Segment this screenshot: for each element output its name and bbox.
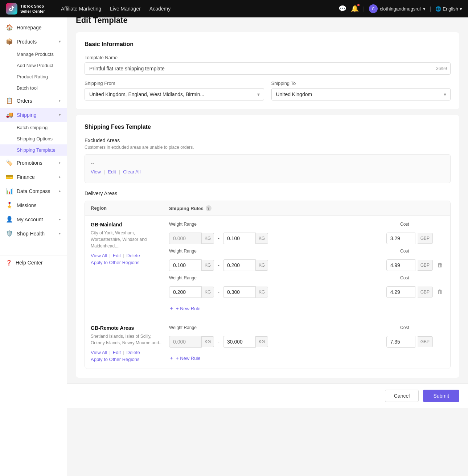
sidebar-item-my-account[interactable]: 👤 My Account ▸ [0, 212, 67, 226]
rule-3-inputs: KG - KG [169, 286, 383, 298]
sidebar-subitem-shipping-options[interactable]: Shipping Options [0, 133, 67, 144]
list-item: KG - KG GBP [169, 336, 444, 348]
notif-dot [357, 4, 360, 6]
sidebar-item-products[interactable]: 📦 Products ▾ [0, 34, 67, 49]
rule-1-cost-input[interactable] [386, 233, 415, 244]
excluded-sep2: | [119, 169, 120, 175]
sidebar-item-help-center[interactable]: ❓ Help Center [0, 255, 67, 270]
rule-3-cost-group: GBP [386, 286, 433, 298]
rule-1-inputs: KG - KG [169, 233, 383, 244]
sidebar-subitem-add-product[interactable]: Add New Product [0, 60, 67, 71]
shipping-from-select[interactable]: United Kingdom, England, West Midlands, … [85, 88, 264, 100]
excluded-areas-box: -- View | Edit | Clear All [85, 154, 451, 183]
gb-remote-apply-to-other[interactable]: Apply to Other Regions [91, 357, 139, 362]
template-name-input[interactable] [85, 62, 451, 75]
sidebar-subitem-product-rating[interactable]: Product Rating [0, 71, 67, 82]
rule-2-cost-unit: GBP [418, 260, 433, 271]
sidebar-subitem-batch-shipping[interactable]: Batch shipping [0, 122, 67, 133]
shipping-rules-info-icon[interactable]: ? [206, 205, 212, 211]
region-gb-mainland: GB-Mainland City of York, Wrexham, Worce… [91, 222, 163, 313]
shipping-to-group: Shipping To United Kingdom [271, 81, 451, 100]
shipping-icon: 🚚 [6, 111, 13, 118]
rule-1-to-input[interactable] [223, 233, 256, 244]
gb-remote-delete[interactable]: Delete [126, 350, 140, 355]
rule-1-from-unit: KG [202, 233, 214, 244]
rule-2-to-input[interactable] [223, 259, 256, 271]
list-item: KG - KG GBP [169, 233, 444, 244]
submit-button[interactable]: Submit [423, 390, 459, 402]
gb-mainland-apply-to-other[interactable]: Apply to Other Regions [91, 260, 139, 265]
notification-icon[interactable]: 🔔 [351, 5, 359, 13]
gb-mainland-delete[interactable]: Delete [126, 253, 140, 258]
remote-cost-label: Cost [400, 325, 433, 330]
template-name-group: Template Name 36/99 [85, 55, 451, 75]
gb-remote-new-rule-button[interactable]: ＋ + New Rule [169, 353, 444, 363]
data-compass-chevron: ▸ [59, 189, 61, 193]
sidebar-item-shop-health[interactable]: 🛡️ Shop Health ▸ [0, 226, 67, 241]
gb-mainland-rules: Weight Range Cost [169, 222, 444, 313]
gb-mainland-new-rule-button[interactable]: ＋ + New Rule [169, 304, 444, 313]
avatar: C [369, 4, 378, 13]
rule-3-delete-button[interactable]: 🗑 [436, 287, 444, 297]
gb-mainland-view-all[interactable]: View All [91, 253, 107, 258]
table-row: GB-Remote Areas Shetland Islands, Isles … [85, 319, 450, 369]
gb-remote-view-all[interactable]: View All [91, 350, 107, 355]
gb-remote-edit[interactable]: Edit [113, 350, 121, 355]
sidebar-item-homepage[interactable]: 🏠 Homepage [0, 20, 67, 34]
account-icon: 👤 [6, 216, 13, 223]
sidebar-subitem-batch-tool[interactable]: Batch tool [0, 82, 67, 94]
excluded-view-link[interactable]: View [91, 169, 101, 175]
sidebar-item-orders[interactable]: 📋 Orders ▸ [0, 94, 67, 108]
chat-icon[interactable]: 💬 [338, 5, 346, 13]
rule-1-dash: - [216, 235, 221, 241]
divider1: | [363, 6, 365, 12]
remote-rule-1-from-input [169, 336, 202, 348]
sidebar-item-shipping[interactable]: 🚚 Shipping ▾ [0, 108, 67, 122]
divider2: | [430, 6, 431, 12]
shipping-submenu: Batch shipping Shipping Options Shipping… [0, 122, 67, 156]
sidebar-item-finance[interactable]: 💳 Finance ▸ [0, 170, 67, 184]
remote-rule-1-to-input[interactable] [223, 336, 256, 348]
excluded-edit-link[interactable]: Edit [108, 169, 116, 175]
rule-1-to-unit: KG [256, 233, 268, 244]
cancel-button[interactable]: Cancel [385, 390, 419, 402]
shipping-fees-card: Shipping Fees Template Excluded Areas Cu… [76, 115, 459, 378]
nav-academy[interactable]: Academy [149, 6, 171, 12]
sidebar-label-my-account: My Account [17, 217, 43, 222]
rule-2-to-group: KG [223, 259, 268, 271]
language-selector[interactable]: 🌐 English ▾ [435, 6, 462, 12]
basic-info-card: Basic Information Template Name 36/99 Sh… [76, 32, 459, 109]
nav-live-manager[interactable]: Live Manager [110, 6, 141, 12]
shipping-rules-col-header: Shipping Rules ? [169, 205, 444, 211]
rule-2-cost-input[interactable] [386, 259, 415, 271]
rule-2-dash: - [216, 262, 221, 268]
rule-3-cost-input[interactable] [386, 286, 415, 298]
weight-range-label-3: Weight Range [169, 275, 397, 280]
rule-3-from-input[interactable] [169, 286, 202, 298]
rule-3-from-unit: KG [202, 287, 214, 298]
sidebar-label-missions: Missions [17, 202, 36, 208]
rule-headers-row-3: Weight Range Cost [169, 275, 444, 282]
sidebar-item-missions[interactable]: 🎖️ Missions [0, 198, 67, 212]
user-menu[interactable]: C clothingandmugsrul ▾ [369, 4, 426, 13]
sidebar-subitem-manage-products[interactable]: Manage Products [0, 49, 67, 60]
remote-rule-1-cost-input[interactable] [386, 336, 415, 348]
remote-rule-1-cost-unit: GBP [418, 336, 433, 347]
lang-chevron: ▾ [460, 6, 462, 12]
remote-rule-1-to-unit: KG [256, 336, 268, 347]
rule-2-from-input[interactable] [169, 259, 202, 271]
gb-mainland-edit[interactable]: Edit [113, 253, 121, 258]
sidebar-item-data-compass[interactable]: 📊 Data Compass ▸ [0, 184, 67, 198]
sidebar-subitem-shipping-template[interactable]: Shipping Template [0, 144, 67, 156]
rule-3-to-input[interactable] [223, 286, 256, 298]
data-compass-icon: 📊 [6, 188, 13, 194]
shipping-from-to-row: Shipping From United Kingdom, England, W… [85, 81, 451, 100]
logo[interactable]: TikTok ShopSeller Center [6, 3, 49, 15]
sidebar-label-products: Products [17, 39, 37, 45]
rule-1-cost-unit: GBP [418, 233, 433, 244]
sidebar-item-promotions[interactable]: 🏷️ Promotions ▸ [0, 156, 67, 170]
excluded-clear-link[interactable]: Clear All [123, 169, 140, 175]
nav-affiliate-marketing[interactable]: Affiliate Marketing [61, 6, 101, 12]
rule-2-delete-button[interactable]: 🗑 [436, 260, 444, 270]
shipping-to-select[interactable]: United Kingdom [271, 88, 451, 100]
